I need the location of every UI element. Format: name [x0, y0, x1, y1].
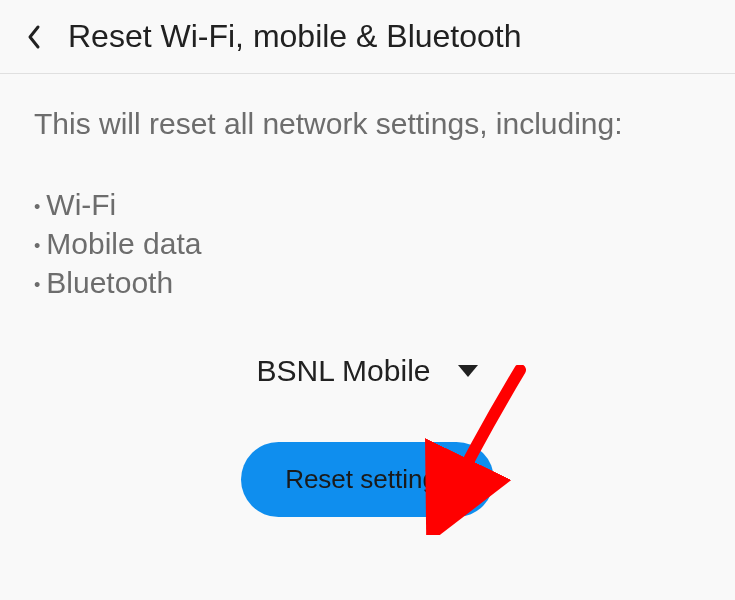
bullet-list: •Wi-Fi •Mobile data •Bluetooth: [34, 185, 701, 302]
description-text: This will reset all network settings, in…: [34, 104, 701, 145]
reset-settings-button[interactable]: Reset settings: [241, 442, 494, 517]
page-title: Reset Wi-Fi, mobile & Bluetooth: [68, 18, 522, 55]
list-item-label: Wi-Fi: [46, 188, 116, 221]
list-item-label: Bluetooth: [46, 266, 173, 299]
list-item: •Mobile data: [34, 224, 701, 263]
button-row: Reset settings: [34, 442, 701, 517]
chevron-down-icon: [458, 365, 478, 377]
back-icon[interactable]: [20, 23, 48, 51]
list-item: •Bluetooth: [34, 263, 701, 302]
dropdown-selected-label: BSNL Mobile: [257, 354, 431, 388]
header: Reset Wi-Fi, mobile & Bluetooth: [0, 0, 735, 74]
content-area: This will reset all network settings, in…: [0, 74, 735, 547]
list-item-label: Mobile data: [46, 227, 201, 260]
list-item: •Wi-Fi: [34, 185, 701, 224]
carrier-dropdown[interactable]: BSNL Mobile: [34, 354, 701, 388]
